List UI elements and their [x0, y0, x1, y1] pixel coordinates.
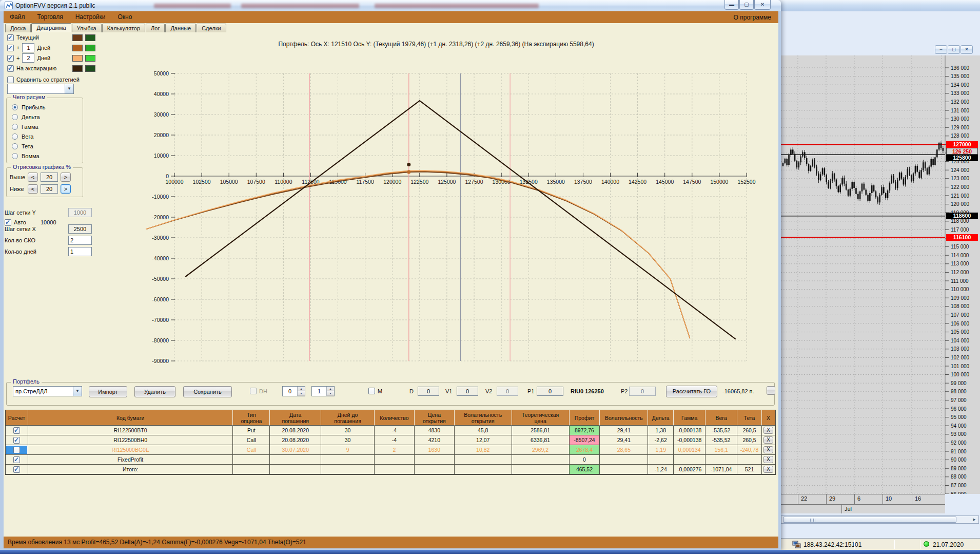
- below-value[interactable]: 20: [41, 184, 58, 194]
- dh-spinner-1[interactable]: 0▲▼: [282, 386, 305, 396]
- layer-days-input[interactable]: 1: [22, 43, 34, 52]
- tab-Лог[interactable]: Лог: [146, 24, 165, 32]
- radio-icon[interactable]: [12, 114, 18, 120]
- layer-color-swatch-1[interactable]: [72, 55, 83, 62]
- radio-icon[interactable]: [12, 124, 18, 130]
- curve-plus1day: [146, 171, 690, 338]
- menu-item-about[interactable]: О программе: [727, 14, 778, 21]
- layer-checkbox[interactable]: [7, 45, 14, 51]
- draw-option-Дельта[interactable]: Дельта: [7, 112, 83, 122]
- remove-row-button[interactable]: X: [763, 446, 773, 453]
- minimize-button[interactable]: ▬: [724, 0, 739, 10]
- above-value[interactable]: 20: [41, 173, 58, 182]
- compare-strategy-checkbox[interactable]: [7, 77, 14, 83]
- remove-row-button[interactable]: X: [763, 427, 773, 434]
- below-decrease-button[interactable]: <: [28, 184, 38, 194]
- v1-input[interactable]: 0: [457, 387, 478, 396]
- layer-color-swatch-2[interactable]: [85, 55, 95, 62]
- layer-color-swatch-2[interactable]: [85, 65, 95, 72]
- cell: 12,07: [455, 435, 512, 445]
- time-axis-month[interactable]: Jul: [781, 504, 945, 513]
- m-checkbox[interactable]: [368, 388, 375, 394]
- dh-checkbox[interactable]: [250, 388, 257, 394]
- tab-Сделки[interactable]: Сделки: [197, 24, 226, 32]
- row-calc-checkbox[interactable]: [13, 427, 20, 434]
- scrollbar-thumb[interactable]: [783, 517, 956, 523]
- tab-Улыбка[interactable]: Улыбка: [72, 24, 102, 32]
- radio-icon[interactable]: [12, 153, 18, 159]
- radio-icon[interactable]: [12, 133, 18, 140]
- tab-Калькулятор[interactable]: Калькулятор: [102, 24, 145, 32]
- layer-checkbox[interactable]: [7, 34, 14, 41]
- above-increase-button[interactable]: >: [61, 173, 71, 182]
- remove-row-button[interactable]: X: [763, 456, 773, 463]
- sko-count-input[interactable]: 2: [68, 236, 92, 245]
- layer-color-swatch-2[interactable]: [85, 45, 95, 51]
- layer-color-swatch-1[interactable]: [72, 34, 83, 41]
- horizontal-scrollbar[interactable]: ▶: [781, 515, 979, 524]
- v2-input[interactable]: 0: [497, 387, 518, 396]
- strategy-select[interactable]: ▼: [7, 84, 74, 94]
- row-calc-checkbox[interactable]: [13, 456, 20, 463]
- menu-item-Окно[interactable]: Окно: [112, 11, 139, 23]
- tab-strip: ДоскаДиаграммаУлыбкаКалькуляторЛогДанные…: [4, 23, 778, 32]
- menu-item-Торговля[interactable]: Торговля: [31, 11, 69, 23]
- layer-checkbox[interactable]: [7, 65, 14, 72]
- close-button[interactable]: ✕: [754, 0, 771, 10]
- taskbar-strip[interactable]: [0, 550, 980, 554]
- radio-icon[interactable]: [12, 104, 18, 110]
- p2-input[interactable]: 0: [629, 387, 656, 396]
- row-calc-checkbox[interactable]: [13, 466, 20, 473]
- draw-option-Гамма[interactable]: Гамма: [7, 122, 83, 131]
- import-button[interactable]: Импорт: [89, 386, 127, 397]
- time-label: 29: [829, 495, 835, 502]
- remove-row-button[interactable]: X: [763, 466, 773, 473]
- remove-row-button[interactable]: X: [763, 436, 773, 444]
- dh-spinner-2[interactable]: 1▲▼: [311, 386, 335, 396]
- draw-option-Тета[interactable]: Тета: [7, 141, 83, 151]
- row-calc-checkbox[interactable]: [13, 447, 20, 453]
- cell: -535,52: [705, 435, 737, 445]
- scrollbar-right-arrow[interactable]: ▶: [971, 517, 978, 523]
- layer-checkbox[interactable]: [7, 55, 14, 62]
- radio-icon[interactable]: [12, 143, 18, 149]
- layer-color-swatch-2[interactable]: [85, 34, 95, 41]
- cell: [375, 455, 415, 465]
- portfolio-preset-select[interactable]: пр.СтреДДЛ- ▼: [13, 386, 82, 396]
- d-input[interactable]: 0: [418, 387, 439, 396]
- draw-option-Вомма[interactable]: Вомма: [7, 151, 83, 161]
- row-calc-checkbox[interactable]: [13, 437, 20, 444]
- grid-step-y-input[interactable]: 1000: [68, 208, 92, 217]
- draw-option-Прибыль[interactable]: Прибыль: [7, 102, 83, 112]
- draw-option-Вега[interactable]: Вега: [7, 131, 83, 141]
- chevron-down-icon[interactable]: ▼: [73, 387, 82, 396]
- save-button[interactable]: Сохранить: [183, 386, 232, 397]
- tab-Диаграмма[interactable]: Диаграмма: [31, 23, 71, 32]
- delete-button[interactable]: Удалить: [134, 386, 175, 397]
- maximize-button[interactable]: ▢: [739, 0, 754, 10]
- app-icon: [5, 2, 13, 9]
- app-titlebar[interactable]: OptionFVV версия 2.1 public ▬ ▢ ✕: [0, 0, 781, 11]
- menu-item-Настройки[interactable]: Настройки: [69, 11, 112, 23]
- restore-child-button[interactable]: ◻: [948, 45, 960, 54]
- p1-input[interactable]: 0: [537, 387, 563, 396]
- layer-color-swatch-1[interactable]: [72, 65, 83, 72]
- days-count-input[interactable]: 1: [68, 247, 92, 256]
- tab-Доска[interactable]: Доска: [5, 24, 31, 32]
- chevron-down-icon[interactable]: ▼: [65, 84, 73, 93]
- minimize-child-button[interactable]: –: [935, 45, 947, 54]
- below-increase-button[interactable]: >: [61, 184, 71, 194]
- menu-item-Файл[interactable]: Файл: [4, 11, 31, 23]
- collapse-panel-button[interactable]: _: [767, 386, 775, 395]
- layer-color-swatch-1[interactable]: [72, 45, 83, 51]
- calculate-go-button[interactable]: Рассчитать ГО: [666, 386, 717, 397]
- close-child-button[interactable]: ✕: [961, 45, 973, 54]
- grid-step-x-input[interactable]: 2500: [68, 224, 92, 234]
- layer-days-input[interactable]: 2: [22, 53, 34, 63]
- cell: 1,38: [648, 426, 674, 435]
- tab-Данные[interactable]: Данные: [165, 24, 196, 32]
- terminal-statusbar: 188.43.242.42:15101 21.07.2020: [770, 538, 980, 550]
- above-decrease-button[interactable]: <: [28, 173, 38, 182]
- time-axis[interactable]: 222961016: [781, 494, 945, 504]
- layer-label: Текущий: [16, 34, 39, 41]
